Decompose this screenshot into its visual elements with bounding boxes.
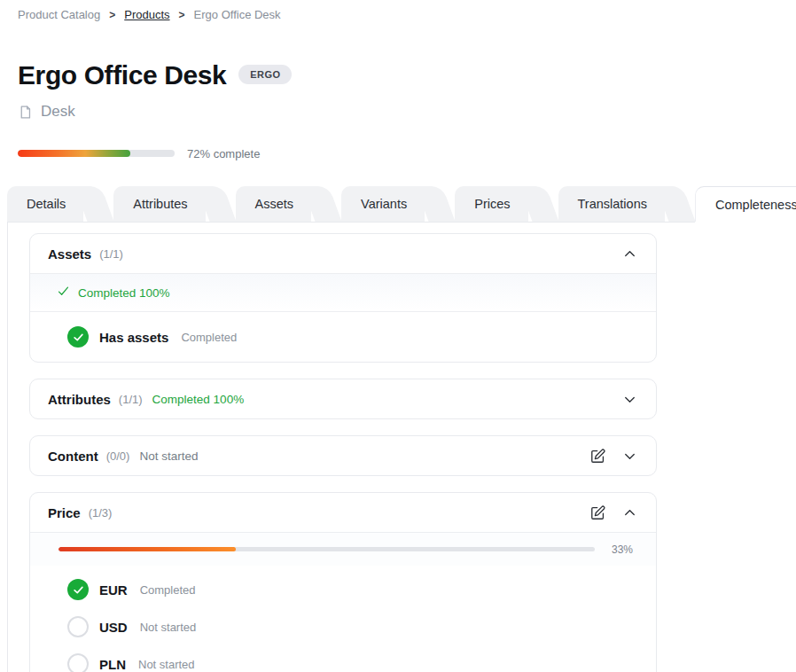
chevron-up-icon[interactable] bbox=[621, 246, 638, 262]
section-title: Content bbox=[48, 449, 98, 464]
section-status: Completed 100% bbox=[152, 393, 245, 406]
breadcrumb-item-products[interactable]: Products bbox=[124, 8, 169, 21]
item-status: Completed bbox=[140, 583, 196, 597]
tab-details[interactable]: Details bbox=[7, 186, 83, 222]
chevron-down-icon[interactable] bbox=[621, 448, 638, 465]
product-header: Ergo Office Desk ERGO bbox=[18, 62, 796, 89]
item-name: PLN bbox=[99, 657, 126, 672]
item-status: Not started bbox=[138, 658, 195, 671]
section-title: Attributes bbox=[48, 392, 111, 407]
section-price-header[interactable]: Price (1/3) bbox=[30, 493, 656, 532]
section-content: Content (0/0) Not started bbox=[29, 435, 657, 476]
price-progress: 33% bbox=[30, 532, 656, 566]
section-count: (1/1) bbox=[99, 247, 123, 261]
tab-prices[interactable]: Prices bbox=[455, 186, 527, 222]
list-item-has-assets: Has assets Completed bbox=[30, 312, 656, 362]
breadcrumb-separator-icon: > bbox=[109, 9, 115, 21]
item-name: EUR bbox=[99, 582, 128, 598]
empty-circle-icon bbox=[67, 653, 89, 672]
summary-label: Completed 100% bbox=[78, 286, 170, 300]
sku-badge: ERGO bbox=[238, 65, 292, 84]
family-label: Desk bbox=[41, 103, 75, 121]
list-item-usd: USD Not started bbox=[30, 608, 656, 645]
edit-icon[interactable] bbox=[589, 504, 606, 521]
section-count: (1/1) bbox=[119, 393, 143, 406]
completeness-panel: Assets (1/1) Completed 100% Has assets C… bbox=[7, 222, 796, 672]
chevron-up-icon[interactable] bbox=[621, 504, 638, 521]
empty-circle-icon bbox=[67, 616, 89, 637]
price-progress-fill bbox=[59, 547, 236, 551]
section-assets: Assets (1/1) Completed 100% Has assets C… bbox=[29, 233, 657, 363]
item-name: Has assets bbox=[99, 330, 168, 345]
tab-bar: Details Attributes Assets Variants Price… bbox=[0, 186, 796, 222]
price-progress-track bbox=[59, 547, 595, 551]
item-status: Not started bbox=[140, 621, 197, 634]
progress-bar-fill bbox=[18, 150, 130, 157]
item-name: USD bbox=[99, 620, 128, 635]
edit-icon[interactable] bbox=[589, 448, 606, 465]
tab-completeness[interactable]: Completeness bbox=[695, 186, 796, 222]
completeness-progress: 72% complete bbox=[18, 145, 796, 161]
item-status: Completed bbox=[181, 331, 237, 344]
section-price: Price (1/3) 33% EUR C bbox=[29, 492, 657, 672]
section-count: (1/3) bbox=[89, 506, 113, 520]
breadcrumb-item-current: Ergo Office Desk bbox=[194, 8, 281, 21]
page-title: Ergo Office Desk bbox=[18, 62, 226, 89]
product-family: Desk bbox=[18, 103, 796, 121]
section-status: Not started bbox=[139, 449, 198, 463]
section-assets-header[interactable]: Assets (1/1) bbox=[30, 234, 656, 273]
chevron-down-icon[interactable] bbox=[621, 391, 638, 408]
section-attributes: Attributes (1/1) Completed 100% bbox=[29, 379, 657, 419]
tab-translations[interactable]: Translations bbox=[558, 186, 665, 222]
check-icon bbox=[57, 285, 70, 301]
tab-attributes[interactable]: Attributes bbox=[113, 186, 205, 222]
section-count: (0/0) bbox=[106, 449, 130, 463]
progress-bar-track bbox=[18, 150, 175, 157]
check-circle-icon bbox=[67, 579, 89, 600]
section-title: Price bbox=[48, 505, 81, 520]
price-progress-label: 33% bbox=[606, 543, 633, 556]
list-item-pln: PLN Not started bbox=[30, 645, 656, 672]
list-item-eur: EUR Completed bbox=[30, 571, 656, 608]
breadcrumb-item-catalog[interactable]: Product Catalog bbox=[18, 8, 100, 21]
section-title: Assets bbox=[48, 246, 91, 262]
file-icon bbox=[18, 104, 33, 121]
section-assets-summary: Completed 100% bbox=[30, 273, 656, 311]
tab-assets[interactable]: Assets bbox=[236, 186, 312, 222]
breadcrumb-separator-icon: > bbox=[179, 9, 185, 21]
section-attributes-header[interactable]: Attributes (1/1) Completed 100% bbox=[30, 379, 656, 418]
check-circle-icon bbox=[67, 326, 89, 348]
tab-variants[interactable]: Variants bbox=[341, 186, 425, 222]
section-content-header[interactable]: Content (0/0) Not started bbox=[30, 436, 656, 475]
breadcrumb: Product Catalog > Products > Ergo Office… bbox=[0, 0, 796, 21]
progress-label: 72% complete bbox=[187, 147, 260, 160]
